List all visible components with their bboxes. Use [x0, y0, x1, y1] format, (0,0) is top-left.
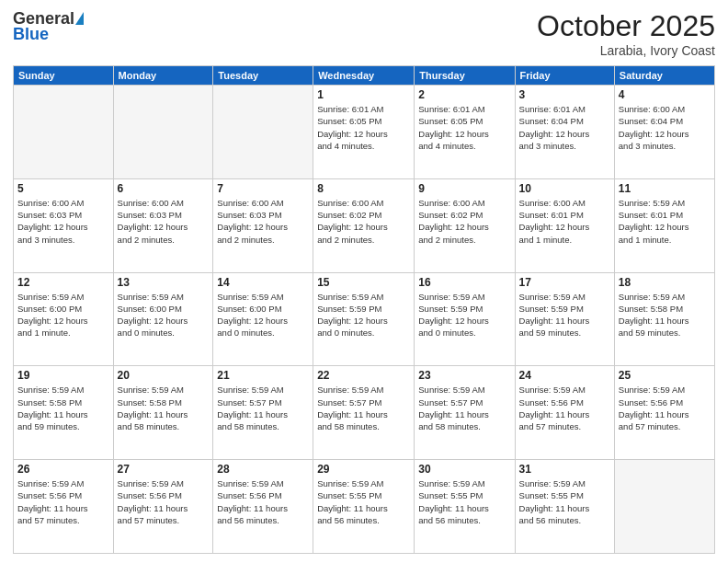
day-info: Sunrise: 5:59 AMSunset: 5:57 PMDaylight:… — [418, 384, 510, 432]
calendar-cell: 15Sunrise: 5:59 AMSunset: 5:59 PMDayligh… — [313, 272, 415, 366]
calendar-cell — [14, 86, 114, 179]
day-number: 11 — [619, 182, 711, 195]
title-block: October 2025 Larabia, Ivory Coast — [537, 9, 715, 58]
day-info: Sunrise: 5:59 AMSunset: 5:58 PMDaylight:… — [619, 291, 711, 339]
day-info: Sunrise: 5:59 AMSunset: 5:56 PMDaylight:… — [17, 477, 109, 526]
weekday-header-saturday: Saturday — [614, 66, 714, 86]
calendar-table: SundayMondayTuesdayWednesdayThursdayFrid… — [13, 65, 715, 554]
calendar-week-4: 26Sunrise: 5:59 AMSunset: 5:56 PMDayligh… — [14, 460, 715, 554]
header: General Blue October 2025 Larabia, Ivory… — [13, 9, 715, 58]
day-info: Sunrise: 6:00 AMSunset: 6:03 PMDaylight:… — [217, 197, 309, 246]
day-number: 3 — [519, 88, 610, 101]
day-number: 17 — [519, 276, 610, 289]
day-info: Sunrise: 6:01 AMSunset: 6:04 PMDaylight:… — [519, 103, 610, 152]
calendar-cell: 24Sunrise: 5:59 AMSunset: 5:56 PMDayligh… — [515, 366, 614, 460]
day-info: Sunrise: 5:59 AMSunset: 5:58 PMDaylight:… — [17, 384, 109, 432]
day-number: 29 — [317, 463, 410, 476]
day-info: Sunrise: 5:59 AMSunset: 6:01 PMDaylight:… — [619, 197, 711, 246]
day-info: Sunrise: 6:00 AMSunset: 6:03 PMDaylight:… — [17, 197, 109, 246]
day-number: 6 — [118, 182, 210, 195]
calendar-cell: 30Sunrise: 5:59 AMSunset: 5:55 PMDayligh… — [415, 460, 515, 554]
calendar-cell: 31Sunrise: 5:59 AMSunset: 5:55 PMDayligh… — [515, 460, 614, 554]
day-info: Sunrise: 6:01 AMSunset: 6:05 PMDaylight:… — [418, 103, 510, 152]
day-number: 23 — [418, 369, 510, 382]
calendar-cell: 19Sunrise: 5:59 AMSunset: 5:58 PMDayligh… — [14, 366, 114, 460]
calendar-cell: 12Sunrise: 5:59 AMSunset: 6:00 PMDayligh… — [14, 272, 114, 366]
calendar-cell: 1Sunrise: 6:01 AMSunset: 6:05 PMDaylight… — [313, 86, 415, 179]
day-info: Sunrise: 5:59 AMSunset: 5:56 PMDaylight:… — [118, 477, 210, 526]
day-info: Sunrise: 5:59 AMSunset: 5:59 PMDaylight:… — [317, 291, 410, 339]
day-info: Sunrise: 5:59 AMSunset: 5:57 PMDaylight:… — [217, 384, 309, 432]
calendar-cell: 2Sunrise: 6:01 AMSunset: 6:05 PMDaylight… — [415, 86, 515, 179]
calendar-cell: 14Sunrise: 5:59 AMSunset: 6:00 PMDayligh… — [213, 272, 313, 366]
calendar-cell: 17Sunrise: 5:59 AMSunset: 5:59 PMDayligh… — [515, 272, 614, 366]
weekday-header-thursday: Thursday — [415, 66, 515, 86]
calendar-cell: 22Sunrise: 5:59 AMSunset: 5:57 PMDayligh… — [313, 366, 415, 460]
day-info: Sunrise: 5:59 AMSunset: 6:00 PMDaylight:… — [118, 291, 210, 339]
calendar-cell: 20Sunrise: 5:59 AMSunset: 5:58 PMDayligh… — [113, 366, 213, 460]
calendar-cell: 16Sunrise: 5:59 AMSunset: 5:59 PMDayligh… — [415, 272, 515, 366]
day-number: 13 — [118, 276, 210, 289]
day-info: Sunrise: 5:59 AMSunset: 5:59 PMDaylight:… — [519, 291, 610, 339]
day-info: Sunrise: 6:01 AMSunset: 6:05 PMDaylight:… — [317, 103, 410, 152]
calendar-cell: 3Sunrise: 6:01 AMSunset: 6:04 PMDaylight… — [515, 86, 614, 179]
day-number: 19 — [17, 369, 109, 382]
day-info: Sunrise: 6:00 AMSunset: 6:02 PMDaylight:… — [418, 197, 510, 246]
day-number: 27 — [118, 463, 210, 476]
calendar-cell: 21Sunrise: 5:59 AMSunset: 5:57 PMDayligh… — [213, 366, 313, 460]
weekday-header-sunday: Sunday — [14, 66, 114, 86]
day-number: 24 — [519, 369, 610, 382]
day-info: Sunrise: 6:00 AMSunset: 6:01 PMDaylight:… — [519, 197, 610, 246]
calendar-cell: 4Sunrise: 6:00 AMSunset: 6:04 PMDaylight… — [614, 86, 714, 179]
calendar-cell: 10Sunrise: 6:00 AMSunset: 6:01 PMDayligh… — [515, 178, 614, 272]
weekday-header-tuesday: Tuesday — [213, 66, 313, 86]
day-info: Sunrise: 5:59 AMSunset: 5:55 PMDaylight:… — [519, 477, 610, 526]
calendar-cell: 11Sunrise: 5:59 AMSunset: 6:01 PMDayligh… — [614, 178, 714, 272]
day-info: Sunrise: 5:59 AMSunset: 5:58 PMDaylight:… — [118, 384, 210, 432]
day-number: 14 — [217, 276, 309, 289]
calendar-cell: 28Sunrise: 5:59 AMSunset: 5:56 PMDayligh… — [213, 460, 313, 554]
weekday-header-wednesday: Wednesday — [313, 66, 415, 86]
day-info: Sunrise: 6:00 AMSunset: 6:04 PMDaylight:… — [619, 103, 711, 152]
calendar-cell: 5Sunrise: 6:00 AMSunset: 6:03 PMDaylight… — [14, 178, 114, 272]
day-number: 15 — [317, 276, 410, 289]
month-title: October 2025 — [537, 9, 715, 43]
day-info: Sunrise: 5:59 AMSunset: 5:55 PMDaylight:… — [418, 477, 510, 526]
day-info: Sunrise: 6:00 AMSunset: 6:02 PMDaylight:… — [317, 197, 410, 246]
calendar-cell: 9Sunrise: 6:00 AMSunset: 6:02 PMDaylight… — [415, 178, 515, 272]
day-number: 21 — [217, 369, 309, 382]
day-number: 2 — [418, 88, 510, 101]
day-info: Sunrise: 5:59 AMSunset: 6:00 PMDaylight:… — [217, 291, 309, 339]
day-number: 22 — [317, 369, 410, 382]
calendar-cell: 6Sunrise: 6:00 AMSunset: 6:03 PMDaylight… — [113, 178, 213, 272]
logo-blue: Blue — [13, 25, 49, 44]
logo: General Blue — [13, 9, 84, 44]
calendar-cell: 25Sunrise: 5:59 AMSunset: 5:56 PMDayligh… — [614, 366, 714, 460]
calendar-week-0: 1Sunrise: 6:01 AMSunset: 6:05 PMDaylight… — [14, 86, 715, 179]
calendar-week-2: 12Sunrise: 5:59 AMSunset: 6:00 PMDayligh… — [14, 272, 715, 366]
day-number: 16 — [418, 276, 510, 289]
day-info: Sunrise: 5:59 AMSunset: 5:56 PMDaylight:… — [619, 384, 711, 432]
day-number: 20 — [118, 369, 210, 382]
day-number: 12 — [17, 276, 109, 289]
calendar-cell: 7Sunrise: 6:00 AMSunset: 6:03 PMDaylight… — [213, 178, 313, 272]
day-number: 18 — [619, 276, 711, 289]
day-number: 1 — [317, 88, 410, 101]
day-number: 10 — [519, 182, 610, 195]
day-number: 7 — [217, 182, 309, 195]
location-title: Larabia, Ivory Coast — [537, 43, 715, 58]
day-info: Sunrise: 5:59 AMSunset: 5:57 PMDaylight:… — [317, 384, 410, 432]
day-info: Sunrise: 5:59 AMSunset: 5:55 PMDaylight:… — [317, 477, 410, 526]
day-number: 28 — [217, 463, 309, 476]
logo-icon — [75, 12, 84, 25]
calendar-cell: 27Sunrise: 5:59 AMSunset: 5:56 PMDayligh… — [113, 460, 213, 554]
day-number: 9 — [418, 182, 510, 195]
calendar-cell: 18Sunrise: 5:59 AMSunset: 5:58 PMDayligh… — [614, 272, 714, 366]
calendar-cell: 29Sunrise: 5:59 AMSunset: 5:55 PMDayligh… — [313, 460, 415, 554]
calendar-cell: 23Sunrise: 5:59 AMSunset: 5:57 PMDayligh… — [415, 366, 515, 460]
calendar-cell — [213, 86, 313, 179]
day-number: 8 — [317, 182, 410, 195]
weekday-header-friday: Friday — [515, 66, 614, 86]
calendar-cell: 8Sunrise: 6:00 AMSunset: 6:02 PMDaylight… — [313, 178, 415, 272]
calendar-cell: 26Sunrise: 5:59 AMSunset: 5:56 PMDayligh… — [14, 460, 114, 554]
